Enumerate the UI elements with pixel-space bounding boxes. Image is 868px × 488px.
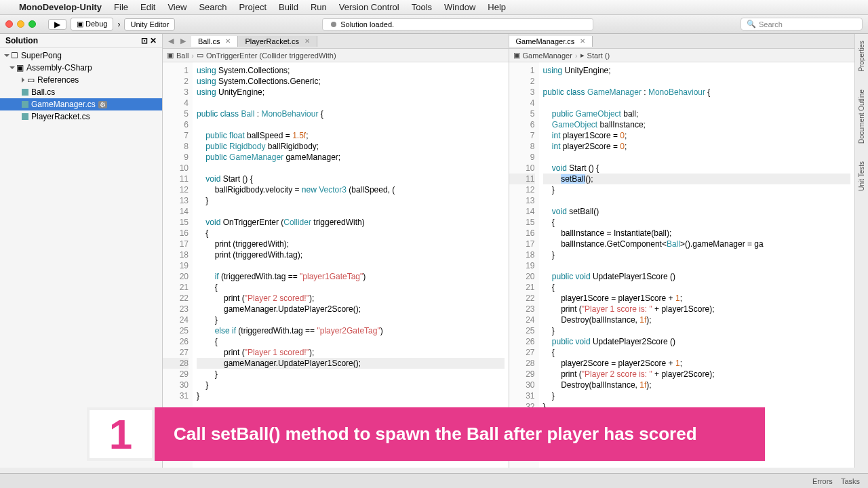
tutorial-banner: 1 Call setBall() method to spawn the Bal… — [87, 407, 765, 461]
menu-file[interactable]: File — [114, 2, 128, 12]
nav-back-icon[interactable]: ◀ — [165, 37, 176, 45]
editor-left-tabs: ◀ ▶ Ball.cs✕ PlayerRacket.cs✕ — [163, 34, 509, 49]
app-name: MonoDevelop-Unity — [19, 2, 102, 12]
menu-project[interactable]: Project — [239, 2, 267, 12]
panel-options-icon[interactable]: ⊡ ✕ — [141, 36, 157, 45]
tab-document-outline[interactable]: Document Outline — [857, 87, 866, 146]
editor-left: ◀ ▶ Ball.cs✕ PlayerRacket.cs✕ ▣Ball› ▭On… — [163, 34, 509, 468]
close-icon[interactable]: ✕ — [304, 37, 310, 45]
menu-run[interactable]: Run — [311, 2, 327, 12]
tree-assembly[interactable]: ▣ Assembly-CSharp — [0, 62, 162, 74]
statusbar-errors[interactable]: Errors — [812, 477, 833, 485]
search-icon: 🔍 — [747, 20, 756, 28]
tab-properties[interactable]: Properties — [857, 38, 866, 75]
menu-help[interactable]: Help — [488, 2, 506, 12]
editor-left-breadcrumb[interactable]: ▣Ball› ▭OnTriggerEnter (Collider trigger… — [163, 49, 509, 62]
run-button[interactable]: ▶ — [48, 19, 66, 30]
nav-forward-icon[interactable]: ▶ — [178, 37, 189, 45]
menu-version-control[interactable]: Version Control — [339, 2, 399, 12]
solution-panel: Solution ⊡ ✕ ☐ SuperPong ▣ Assembly-CSha… — [0, 34, 163, 468]
tree-root[interactable]: ☐ SuperPong — [0, 49, 162, 62]
banner-text: Call setBall() method to spawn the Ball … — [155, 407, 765, 461]
window-controls — [5, 20, 36, 28]
statusbar: Errors Tasks — [0, 473, 868, 488]
editor-right-tabs: GameManager.cs✕ — [509, 34, 855, 49]
tree-references[interactable]: ▭ References — [0, 74, 162, 86]
tree-file-gamemanager[interactable]: GameManager.cs ⚙ — [0, 98, 162, 110]
tree-file-playerracket[interactable]: PlayerRacket.cs — [0, 110, 162, 123]
menu-window[interactable]: Window — [444, 2, 475, 12]
global-search-input[interactable]: 🔍 Search — [741, 18, 863, 30]
menu-tools[interactable]: Tools — [412, 2, 432, 12]
right-tool-strip: Properties Document Outline Unit Tests — [854, 34, 868, 468]
menu-view[interactable]: View — [167, 2, 186, 12]
close-window-icon[interactable] — [5, 20, 13, 28]
zoom-window-icon[interactable] — [28, 20, 36, 28]
minimize-window-icon[interactable] — [17, 20, 24, 28]
status-dot-icon — [331, 22, 336, 27]
banner-step-number: 1 — [87, 407, 155, 461]
status-text: Solution loaded. — [340, 20, 394, 28]
close-icon[interactable]: ✕ — [225, 37, 231, 45]
config-debug[interactable]: ▣ Debug — [71, 18, 113, 30]
solution-panel-header: Solution ⊡ ✕ — [0, 34, 162, 48]
menubar: MonoDevelop-Unity File Edit View Search … — [0, 0, 868, 15]
editor-right: GameManager.cs✕ ▣GameManager› ▸Start () … — [509, 34, 855, 468]
gear-icon[interactable]: ⚙ — [98, 101, 107, 108]
menu-search[interactable]: Search — [199, 2, 226, 12]
editor-right-breadcrumb[interactable]: ▣GameManager› ▸Start () — [509, 49, 855, 62]
menu-build[interactable]: Build — [279, 2, 298, 12]
close-icon[interactable]: ✕ — [580, 37, 585, 45]
target-unity-editor[interactable]: Unity Editor — [124, 18, 175, 30]
solution-tree: ☐ SuperPong ▣ Assembly-CSharp ▭ Referenc… — [0, 48, 162, 124]
config-separator: › — [117, 20, 120, 29]
tab-ball[interactable]: Ball.cs✕ — [191, 36, 238, 47]
toolbar: ▶ ▣ Debug › Unity Editor Solution loaded… — [0, 15, 868, 34]
menu-edit[interactable]: Edit — [140, 2, 155, 12]
tab-playerracket[interactable]: PlayerRacket.cs✕ — [238, 36, 317, 47]
tab-gamemanager[interactable]: GameManager.cs✕ — [509, 36, 593, 47]
status-indicator: Solution loaded. — [322, 18, 593, 30]
statusbar-tasks[interactable]: Tasks — [841, 477, 860, 485]
tab-unit-tests[interactable]: Unit Tests — [857, 159, 866, 194]
tree-file-ball[interactable]: Ball.cs — [0, 86, 162, 98]
